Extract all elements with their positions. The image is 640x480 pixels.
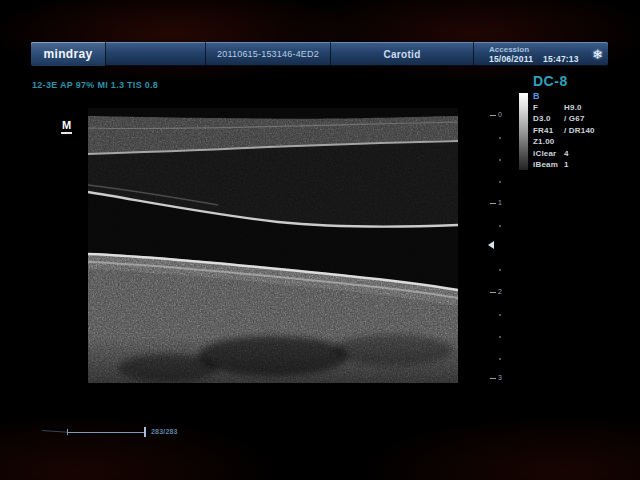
ultrasound-image-render — [88, 108, 458, 383]
param-row-iclear: iClear4 — [533, 148, 611, 159]
depth-minor-tick — [499, 159, 501, 161]
tick-dash — [490, 115, 496, 116]
exam-id-text: 20110615-153146-4ED2 — [217, 49, 319, 59]
cine-lead-line — [42, 430, 68, 433]
param-key: FR41 — [533, 125, 564, 136]
orientation-marker: M — [61, 120, 72, 134]
date-text: 15/06/2011 — [489, 54, 533, 64]
param-value: / DR140 — [564, 126, 595, 135]
depth-minor-tick — [499, 358, 501, 360]
param-value: H9.0 — [564, 103, 582, 112]
param-value: / G67 — [564, 114, 585, 123]
depth-tick-label: 2 — [498, 288, 502, 296]
depth-tick-2: 2 — [490, 288, 502, 296]
depth-minor-tick — [499, 336, 501, 338]
param-key: F — [533, 102, 564, 113]
time-text: 15:47:13 — [543, 54, 579, 64]
datetime-text: 15/06/201115:47:13 — [489, 54, 579, 64]
cine-frame-counter: 283/283 — [151, 428, 178, 435]
param-row-ibeam: iBeam1 — [533, 159, 611, 170]
mode-badge: B — [533, 91, 611, 101]
param-row-depth-gain: D3.0/ G67 — [533, 113, 611, 124]
image-parameter-panel: B FH9.0 D3.0/ G67 FR41/ DR140 Z1.00 iCle… — [533, 91, 611, 170]
exam-id-cell: 20110615-153146-4ED2 — [205, 42, 330, 66]
param-value: 1 — [564, 160, 569, 169]
param-key: iBeam — [533, 159, 564, 170]
cine-loop-bar: 283/283 — [40, 423, 190, 437]
grayscale-bar — [519, 93, 528, 170]
top-bar: mindray 20110615-153146-4ED2 Carotid Acc… — [31, 42, 608, 66]
exam-preset-label: Carotid — [383, 49, 420, 60]
freeze-icon[interactable]: ❄ — [592, 48, 603, 61]
param-key: Z1.00 — [533, 136, 564, 147]
patient-info-cell — [105, 42, 205, 66]
depth-ruler: 0 1 2 3 — [486, 108, 512, 383]
param-value: 4 — [564, 149, 569, 158]
probe-info-text: 12-3E AP 97% MI 1.3 TIS 0.8 — [32, 80, 158, 90]
ultrasound-screen: mindray 20110615-153146-4ED2 Carotid Acc… — [0, 0, 640, 480]
accession-label: Accession — [489, 45, 529, 54]
brand-logo: mindray — [31, 42, 105, 66]
depth-minor-tick — [499, 181, 501, 183]
depth-tick-3: 3 — [490, 374, 502, 382]
accession-cell: Accession 15/06/201115:47:13 ❄ — [473, 42, 608, 66]
cine-position-marker[interactable] — [144, 427, 146, 437]
depth-minor-tick — [499, 225, 501, 227]
tick-dash — [490, 378, 496, 379]
ultrasound-image-canvas[interactable] — [88, 108, 458, 383]
depth-minor-tick — [499, 269, 501, 271]
depth-tick-0: 0 — [490, 111, 502, 119]
cine-track[interactable] — [68, 432, 144, 433]
depth-minor-tick — [499, 314, 501, 316]
exam-preset-cell[interactable]: Carotid — [330, 42, 473, 66]
tick-dash — [490, 203, 496, 204]
param-row-zoom: Z1.00 — [533, 136, 611, 147]
depth-tick-label: 1 — [498, 199, 502, 207]
depth-tick-1: 1 — [490, 199, 502, 207]
param-row-framerate-dr: FR41/ DR140 — [533, 125, 611, 136]
focus-position-marker[interactable] — [488, 241, 494, 249]
system-model-label: DC-8 — [533, 73, 568, 89]
depth-tick-label: 3 — [498, 374, 502, 382]
param-key: D3.0 — [533, 113, 564, 124]
depth-minor-tick — [499, 137, 501, 139]
param-key: iClear — [533, 148, 564, 159]
param-row-frequency: FH9.0 — [533, 102, 611, 113]
tick-dash — [490, 292, 496, 293]
brand-logo-text: mindray — [44, 47, 93, 61]
depth-tick-label: 0 — [498, 111, 502, 119]
